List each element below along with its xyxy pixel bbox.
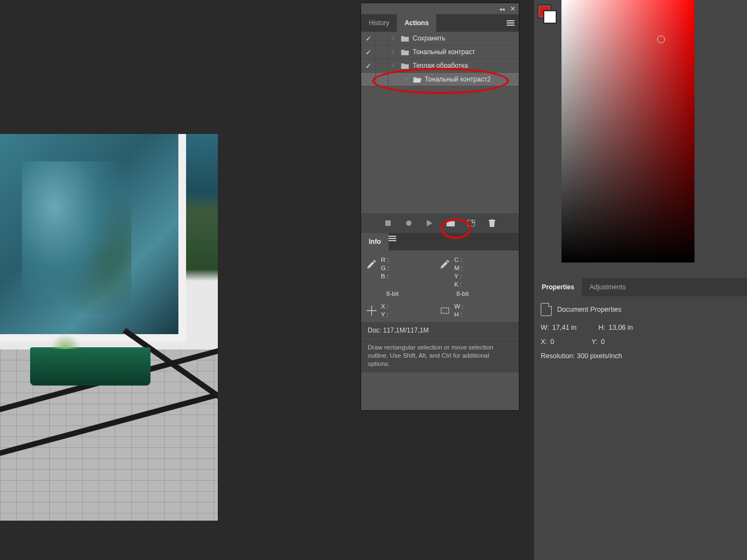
trash-button[interactable] [488,219,496,228]
action-label: Сохранить [410,34,445,42]
action-row[interactable]: ✓ 〉 Теплая обработка [361,59,519,73]
info-bit-left: 8-bit [367,290,398,298]
folder-icon [399,36,410,42]
action-label: Тональный контраст2 [422,75,491,83]
color-swatches[interactable] [538,5,551,18]
action-row[interactable]: ✓ 〉 Тональный контраст [361,45,519,59]
crosshair-icon [367,306,377,316]
svg-rect-0 [385,220,391,226]
prop-h-value: 13,06 in [609,324,633,331]
color-picker-field[interactable] [561,0,694,262]
actions-toolbar [361,213,519,233]
info-panel-menu-icon[interactable] [389,233,396,250]
svg-rect-3 [472,220,475,223]
new-action-button[interactable] [467,219,476,228]
chevron-right-icon[interactable]: 〉 [389,35,399,42]
document-canvas[interactable] [0,0,361,560]
eyedropper-icon [367,259,377,269]
info-c: C : [454,256,463,264]
info-g: G : [381,264,389,272]
properties-title: Document Properties [557,306,621,313]
prop-x-value: 0 [551,338,554,346]
check-icon[interactable]: ✓ [366,62,372,70]
tab-actions[interactable]: Actions [397,14,436,32]
new-set-button[interactable] [446,219,455,228]
dimensions-icon [440,306,450,316]
check-icon[interactable]: ✓ [366,48,372,56]
eyedropper-icon [440,259,450,269]
info-doc-size: Doc: 117,1M/117,1M [361,322,519,339]
info-x: X : [381,302,389,311]
info-y: Y : [454,272,463,281]
action-row-selected[interactable]: ﹀ Тональный контраст2 [361,73,519,86]
right-dock: Properties Adjustments Document Properti… [534,0,747,560]
collapse-panel-icon[interactable]: ◂◂ [499,6,505,12]
info-w: W : [454,302,464,311]
tab-history[interactable]: History [361,14,397,32]
info-hint: Draw rectangular selection or move selec… [361,339,519,372]
stop-button[interactable] [384,219,392,228]
prop-y-label: Y: [592,338,598,346]
color-picker-cursor[interactable] [657,36,665,43]
chevron-down-icon[interactable]: ﹀ [401,76,412,83]
info-m: M : [454,264,463,272]
action-label: Тональный контраст [410,48,475,56]
prop-h-label: H: [599,324,606,331]
tab-properties[interactable]: Properties [534,278,582,296]
info-h: H : [454,311,464,319]
info-bit-right: 8-bit [440,290,468,298]
info-r: R : [381,256,389,264]
actions-list[interactable]: ✓ 〉 Сохранить ✓ 〉 Тональный контраст ✓ 〉 [361,32,519,213]
tab-info[interactable]: Info [361,233,389,250]
info-y-coord: Y : [381,311,389,319]
info-k: K : [454,281,463,289]
svg-point-1 [406,220,412,226]
check-icon[interactable]: ✓ [366,34,372,43]
actions-panel-menu-icon[interactable] [502,14,519,32]
action-row[interactable]: ✓ 〉 Сохранить [361,32,519,45]
chevron-right-icon[interactable]: 〉 [389,49,399,56]
chevron-right-icon[interactable]: 〉 [389,62,399,69]
prop-x-label: X: [541,338,547,346]
folder-open-icon [412,77,422,83]
play-button[interactable] [425,219,434,228]
prop-resolution: Resolution: 300 pixels/inch [541,352,622,360]
close-panel-icon[interactable]: ✕ [510,5,516,13]
prop-w-value: 17,41 in [552,324,576,331]
actions-info-panel-group: ◂◂ ✕ History Actions ✓ 〉 Сохранить ✓ 〉 Т… [361,3,519,410]
tab-adjustments[interactable]: Adjustments [582,278,633,296]
prop-y-value: 0 [601,338,605,346]
svg-rect-4 [441,308,449,313]
prop-w-label: W: [541,324,549,331]
folder-icon [399,63,410,69]
document-icon [541,303,552,316]
record-button[interactable] [404,219,413,228]
action-label: Теплая обработка [410,62,468,69]
info-b: B : [381,272,389,281]
background-color-swatch[interactable] [544,11,556,23]
actions-panel-tabs: History Actions [361,14,519,32]
folder-icon [399,49,410,55]
info-panel: Info R : G : B : C : M : [361,233,519,372]
photo-preview [0,134,218,521]
properties-panel: Properties Adjustments Document Properti… [534,278,747,560]
